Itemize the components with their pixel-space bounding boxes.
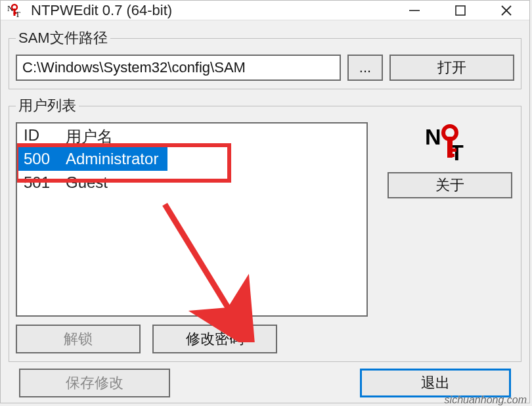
list-item-id: 500	[24, 150, 56, 168]
list-item[interactable]: 501 Guest	[17, 171, 366, 194]
client-area: SAM文件路径 ... 打开 用户列表 ID 用户名	[1, 20, 529, 403]
about-button-label: 关于	[435, 175, 464, 195]
list-item-name: Guest	[66, 173, 108, 192]
window-controls	[391, 1, 529, 20]
header-name: 用户名	[66, 126, 113, 147]
list-item[interactable]: 500 Administrator	[17, 147, 167, 171]
titlebar: N T NTPWEdit 0.7 (64-bit)	[1, 1, 529, 20]
save-button[interactable]: 保存修改	[19, 369, 170, 397]
userlist-legend: 用户列表	[16, 96, 79, 116]
app-icon: N T	[7, 3, 23, 18]
list-item-id: 501	[24, 173, 56, 192]
svg-rect-4	[14, 12, 17, 14]
sam-path-legend: SAM文件路径	[16, 28, 110, 48]
maximize-button[interactable]	[437, 1, 483, 20]
user-listbox[interactable]: ID 用户名 500 Administrator 501 Guest	[16, 122, 368, 317]
close-button[interactable]	[483, 1, 529, 20]
bottom-row: 保存修改 退出	[9, 369, 521, 397]
browse-button-label: ...	[359, 59, 371, 76]
header-id: ID	[24, 126, 56, 147]
about-button[interactable]: 关于	[388, 172, 512, 198]
app-logo: N T	[424, 122, 476, 164]
svg-rect-13	[447, 148, 456, 152]
svg-rect-3	[14, 9, 16, 16]
exit-button-label: 退出	[421, 373, 450, 393]
svg-rect-14	[447, 154, 454, 157]
app-window: N T NTPWEdit 0.7 (64-bit) SAM文件路径	[0, 0, 530, 403]
open-button-label: 打开	[437, 58, 466, 78]
unlock-button-label: 解锁	[64, 329, 93, 349]
list-item-name: Administrator	[66, 150, 158, 168]
exit-button[interactable]: 退出	[360, 369, 511, 397]
svg-rect-6	[456, 6, 465, 15]
userlist-group: 用户列表 ID 用户名 500 Administrator	[9, 96, 521, 362]
sam-path-group: SAM文件路径 ... 打开	[9, 28, 521, 89]
minimize-button[interactable]	[391, 1, 437, 20]
open-button[interactable]: 打开	[389, 55, 514, 81]
svg-text:N: N	[425, 124, 441, 149]
unlock-button[interactable]: 解锁	[16, 325, 141, 353]
change-password-button[interactable]: 修改密码	[152, 325, 277, 353]
window-title: NTPWEdit 0.7 (64-bit)	[31, 2, 391, 19]
browse-button[interactable]: ...	[347, 55, 383, 81]
sam-path-input[interactable]	[16, 55, 341, 81]
save-button-label: 保存修改	[66, 373, 123, 393]
list-header: ID 用户名	[17, 124, 366, 147]
change-password-button-label: 修改密码	[186, 329, 244, 349]
